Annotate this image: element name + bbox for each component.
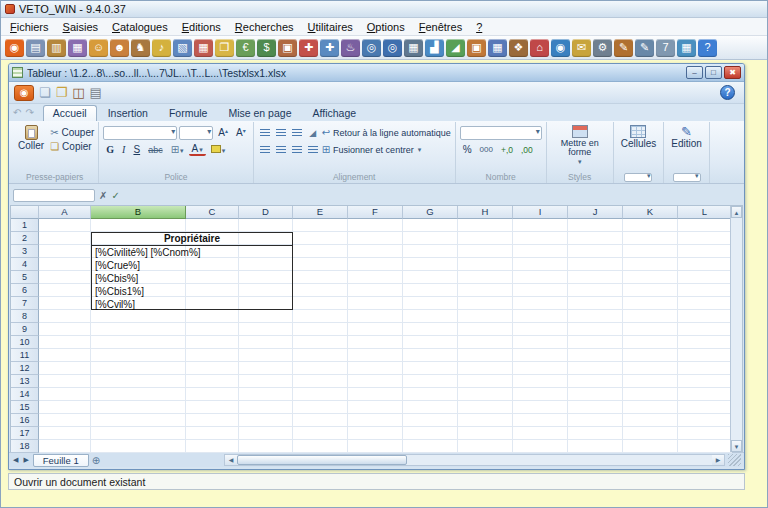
grid-cell[interactable] [458,349,513,362]
grid-cell[interactable] [348,349,403,362]
ribbon-tab-affichage[interactable]: Affichage [302,105,366,121]
grid-cell[interactable] [513,258,568,271]
grid-cell[interactable] [623,284,678,297]
grid-cell[interactable] [293,310,348,323]
grid-cell[interactable] [348,232,403,245]
grid-cell[interactable] [513,297,568,310]
cells-button[interactable]: Cellules [618,124,660,150]
grid-cell[interactable] [568,440,623,453]
search-icon[interactable]: ◎ [383,39,402,57]
grid-cell[interactable] [623,440,678,453]
clipboard-icon[interactable]: ▣ [467,39,486,57]
column-header-h[interactable]: H [458,206,513,219]
align-right-icon[interactable] [290,144,304,156]
grid-cell[interactable] [39,414,91,427]
paste-button[interactable]: Coller [15,124,47,152]
grid-cell[interactable] [513,440,568,453]
select-all-corner[interactable] [11,206,39,219]
invoice-icon[interactable]: € [236,39,255,57]
grid-cell[interactable] [568,362,623,375]
borders-button[interactable]: ⊞ [168,144,187,155]
orientation-icon[interactable]: ◢ [306,127,320,139]
row-header-13[interactable]: 13 [11,375,39,388]
row-header-12[interactable]: 12 [11,362,39,375]
row-header-15[interactable]: 15 [11,401,39,414]
grid-cell[interactable] [239,362,293,375]
client-search-icon[interactable]: ☻ [110,39,129,57]
grid-cell[interactable] [403,401,458,414]
hospital-icon[interactable]: ⌂ [530,39,549,57]
grid-cell[interactable] [186,375,239,388]
grid-cell[interactable] [403,336,458,349]
grid-cell[interactable] [91,362,186,375]
grid-cell[interactable] [403,310,458,323]
row-header-8[interactable]: 8 [11,310,39,323]
grid-cell[interactable] [39,375,91,388]
payments-icon[interactable]: $ [257,39,276,57]
grid-cell[interactable] [678,362,732,375]
merge-center-button[interactable]: ⊞ Fusionner et centrer [322,144,421,155]
grid-cell[interactable] [39,284,91,297]
card-file-icon[interactable]: ▧ [173,39,192,57]
scroll-right-icon[interactable]: ▶ [712,455,724,465]
align-top-icon[interactable] [258,127,272,139]
grid-cell[interactable] [623,388,678,401]
grid-cell[interactable] [623,258,678,271]
undo-icon[interactable]: ↶ [13,107,21,118]
chart-icon[interactable]: ◢ [446,39,465,57]
microscope-icon[interactable]: ◎ [362,39,381,57]
grid-cell[interactable] [403,232,458,245]
column-header-k[interactable]: K [623,206,678,219]
grid-cell[interactable] [293,349,348,362]
grid-cell[interactable] [293,388,348,401]
grid-cell[interactable] [348,323,403,336]
scroll-up-icon[interactable]: ▲ [731,206,742,218]
cancel-entry-icon[interactable]: ✗ [99,189,107,202]
grid-cell[interactable] [568,284,623,297]
grid-cell[interactable] [91,336,186,349]
grid-cell[interactable] [403,388,458,401]
column-header-i[interactable]: I [513,206,568,219]
grid-cell[interactable] [39,258,91,271]
row-header-16[interactable]: 16 [11,414,39,427]
grid-cell[interactable] [348,219,403,232]
grid-cell[interactable] [623,427,678,440]
grid-cell[interactable] [239,349,293,362]
grid-cell[interactable] [568,245,623,258]
grid-cell[interactable] [348,414,403,427]
align-justify-icon[interactable] [306,144,320,156]
grid-cell[interactable] [458,336,513,349]
grid-cell[interactable] [293,440,348,453]
grid-cell[interactable] [403,258,458,271]
grid-cell[interactable] [239,310,293,323]
grid-cell[interactable] [513,336,568,349]
ribbon-tab-formule[interactable]: Formule [159,105,218,121]
ribbon-tab-accueil[interactable]: Accueil [43,105,97,121]
cells-dropdown[interactable] [624,173,652,182]
grid-cell[interactable] [239,414,293,427]
grid-cell[interactable] [39,401,91,414]
grid-cell[interactable] [293,284,348,297]
font-name-select[interactable] [103,126,177,140]
grid-cell[interactable] [458,258,513,271]
horizontal-scroll-thumb[interactable] [237,455,407,465]
grid-cell[interactable] [403,284,458,297]
grid-cell[interactable] [678,349,732,362]
grid-cell[interactable] [39,232,91,245]
grid-cell[interactable] [458,323,513,336]
grid-cell[interactable] [239,219,293,232]
mail-icon[interactable]: ✉ [572,39,591,57]
grid-cell[interactable] [623,310,678,323]
grid-cell[interactable] [348,310,403,323]
grid-cell[interactable] [91,310,186,323]
grid-cell[interactable] [678,271,732,284]
tools-icon[interactable]: ⚙ [593,39,612,57]
grid-cell[interactable] [39,323,91,336]
grid-cell[interactable] [403,427,458,440]
grid-cell[interactable] [39,388,91,401]
resize-grip[interactable] [728,454,741,466]
grid-cell[interactable] [458,440,513,453]
edit-button[interactable]: ✎ Edition [668,124,705,150]
grid-cell[interactable] [513,310,568,323]
row-header-5[interactable]: 5 [11,271,39,284]
